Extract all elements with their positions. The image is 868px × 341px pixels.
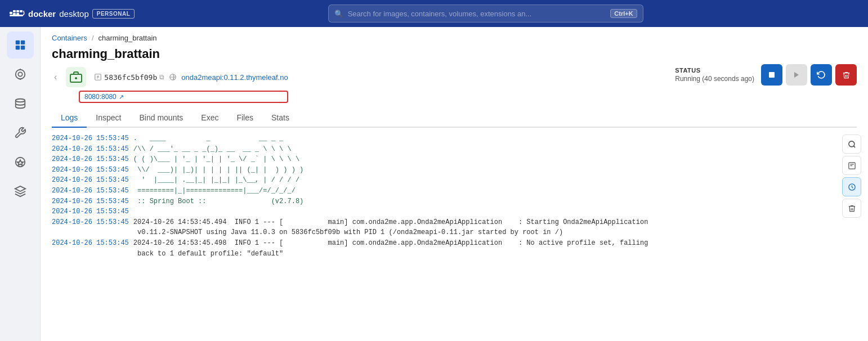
log-text: [133, 207, 857, 217]
log-text: 2024-10-26 14:53:45.494 INFO 1 --- [ mai…: [133, 217, 857, 228]
log-text: =========|_|==============|___/=/_/_/_/: [133, 186, 857, 196]
container-id-value: 5836fc5bf09b: [104, 73, 157, 82]
container-image-link[interactable]: onda2meapi:0.11.2.thymeleaf.no: [181, 73, 288, 82]
whale-icon: [9, 6, 25, 21]
svg-rect-9: [20, 41, 24, 44]
search-icon: 🔍: [334, 10, 343, 18]
brand-desktop: desktop: [59, 9, 89, 19]
svg-point-12: [15, 70, 25, 79]
svg-rect-11: [20, 46, 24, 50]
port-link[interactable]: 8080:8080 ↗: [79, 91, 288, 103]
log-ts: 2024-10-26 15:53:45: [52, 154, 129, 165]
tab-files[interactable]: Files: [227, 109, 262, 128]
log-line: 2024-10-26 15:53:45 :: Spring Boot :: (v…: [52, 196, 857, 207]
search-logs-button[interactable]: [842, 134, 861, 154]
clear-logs-button[interactable]: [842, 199, 861, 218]
external-link-icon: ↗: [119, 93, 124, 101]
stop-button[interactable]: [761, 64, 782, 86]
sidebar-item-volumes[interactable]: [7, 90, 34, 117]
log-text: v0.11.2-SNAPSHOT using Java 11.0.3 on 58…: [133, 227, 857, 238]
tab-logs[interactable]: Logs: [52, 109, 87, 128]
log-line: 2024-10-26 15:53:45 . ____ _ __ _ _: [52, 133, 857, 144]
svg-rect-26: [769, 72, 775, 78]
tab-inspect[interactable]: Inspect: [87, 109, 130, 128]
breadcrumb-containers-link[interactable]: Containers: [52, 34, 87, 42]
container-name: charming_brattain: [52, 47, 288, 61]
status-value: Running (40 seconds ago): [675, 75, 754, 83]
log-ts: 2024-10-26 15:53:45: [52, 133, 129, 144]
status-label: STATUS: [675, 67, 754, 74]
log-line: 2024-10-26 15:53:45 /\\ / ___'_ __ _ _(_…: [52, 144, 857, 155]
breadcrumb-separator: /: [92, 34, 94, 42]
sidebar-item-extensions[interactable]: [7, 119, 34, 146]
topbar-left: docker desktop PERSONAL: [9, 6, 135, 21]
log-text: :: Spring Boot :: (v2.7.8): [133, 196, 857, 207]
container-meta-row: ‹ 5836fc5bf09b ⧉: [52, 67, 288, 87]
log-line: 2024-10-26 15:53:45 \\/ ___)| |_)| | | |…: [52, 165, 857, 176]
timestamps-button[interactable]: [842, 177, 861, 196]
restart-button[interactable]: [811, 64, 832, 86]
personal-badge: PERSONAL: [92, 9, 135, 19]
log-ts: 2024-10-26 15:53:45: [52, 217, 129, 228]
svg-rect-6: [10, 15, 23, 16]
breadcrumb: Containers / charming_brattain: [41, 27, 868, 47]
sidebar-item-images[interactable]: [7, 61, 34, 88]
play-button[interactable]: [786, 64, 807, 86]
sidebar-item-builds[interactable]: [7, 178, 34, 205]
svg-rect-0: [10, 12, 12, 14]
search-placeholder: Search for images, containers, volumes, …: [348, 10, 532, 18]
status-info: STATUS Running (40 seconds ago): [675, 67, 754, 83]
svg-point-16: [15, 99, 25, 102]
search-bar[interactable]: 🔍 Search for images, containers, volumes…: [328, 5, 643, 23]
log-ts: 2024-10-26 15:53:45: [52, 165, 129, 176]
container-info: charming_brattain ‹ 5836fc5bf09b: [52, 47, 288, 103]
svg-point-28: [848, 141, 854, 146]
sidebar-item-containers[interactable]: [7, 32, 34, 59]
container-header: charming_brattain ‹ 5836fc5bf09b: [41, 47, 868, 103]
sidebar-item-scout[interactable]: [7, 149, 34, 176]
port-value: 8080:8080: [84, 93, 117, 101]
breadcrumb-current: charming_brattain: [99, 34, 157, 42]
log-line: 2024-10-26 15:53:45 back to 1 default pr…: [52, 249, 857, 259]
action-buttons: [761, 64, 857, 86]
log-line: 2024-10-26 15:53:45 ' |____| .__|_| |_|_…: [52, 175, 857, 186]
log-text: \\/ ___)| |_)| | | | | || (_| | ) ) ) ): [133, 165, 857, 176]
log-ts: 2024-10-26 15:53:45: [52, 238, 129, 249]
tab-bind-mounts[interactable]: Bind mounts: [131, 109, 193, 128]
log-text: ' |____| .__|_| |_|_| |_\__, | / / / /: [133, 175, 857, 186]
svg-rect-10: [15, 46, 19, 50]
log-ts: 2024-10-26 15:53:45: [52, 175, 129, 186]
log-line: 2024-10-26 15:53:45: [52, 207, 857, 217]
log-ts: 2024-10-26 15:53:45: [52, 186, 129, 196]
sidebar: [0, 27, 41, 341]
log-text: . ____ _ __ _ _: [133, 133, 857, 144]
search-shortcut: Ctrl+K: [610, 9, 637, 18]
content-area: Containers / charming_brattain charming_…: [41, 27, 868, 341]
svg-marker-27: [794, 72, 799, 78]
tab-exec[interactable]: Exec: [192, 109, 227, 128]
log-line: 2024-10-26 15:53:45 =========|_|========…: [52, 186, 857, 196]
log-ts: 2024-10-26 15:53:45: [52, 144, 129, 155]
nav-back-button[interactable]: ‹: [52, 70, 59, 84]
log-text: 2024-10-26 14:53:45.498 INFO 1 --- [ mai…: [133, 238, 857, 249]
delete-button[interactable]: [835, 64, 857, 86]
copy-id-icon[interactable]: ⧉: [159, 73, 164, 81]
log-line: 2024-10-26 15:53:45 2024-10-26 14:53:45.…: [52, 238, 857, 249]
svg-rect-8: [15, 41, 19, 44]
container-id: 5836fc5bf09b ⧉: [94, 73, 164, 82]
log-tools: [842, 134, 861, 218]
svg-line-29: [853, 146, 855, 147]
log-text: /\\ / ___'_ __ _ _(_)_ __ __ _ \ \ \ \: [133, 144, 857, 155]
brand-docker: docker: [28, 9, 56, 19]
svg-rect-1: [13, 10, 16, 12]
log-area[interactable]: 2024-10-26 15:53:45 . ____ _ __ _ _ 2024…: [41, 128, 868, 341]
status-section: STATUS Running (40 seconds ago): [675, 64, 857, 86]
log-line: 2024-10-26 15:53:45 v0.11.2-SNAPSHOT usi…: [52, 227, 857, 238]
container-ip-icon: [169, 73, 177, 81]
log-ts: 2024-10-26 15:53:45: [52, 196, 129, 207]
tab-stats[interactable]: Stats: [262, 109, 298, 128]
docker-logo: docker desktop PERSONAL: [9, 6, 135, 21]
wrap-text-button[interactable]: [842, 156, 861, 175]
tabs: Logs Inspect Bind mounts Exec Files Stat…: [52, 109, 857, 128]
svg-rect-3: [16, 10, 19, 12]
